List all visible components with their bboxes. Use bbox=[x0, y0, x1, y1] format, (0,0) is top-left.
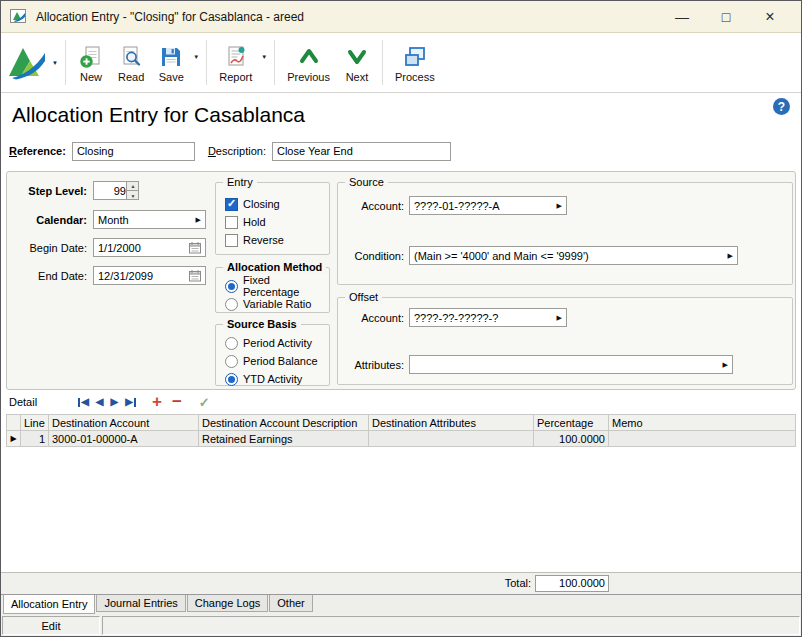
table-row[interactable]: ▶ 1 3000-01-00000-A Retained Earnings 10… bbox=[7, 431, 796, 447]
offset-attributes-combo[interactable]: ▶ bbox=[409, 355, 733, 374]
next-icon bbox=[344, 44, 370, 70]
radio-fixed-percentage-label: Fixed Percentage bbox=[243, 274, 329, 298]
process-button-label: Process bbox=[395, 71, 435, 83]
description-input[interactable]: Close Year End bbox=[272, 142, 451, 161]
report-button[interactable]: Report bbox=[212, 41, 259, 85]
radio-period-balance[interactable]: Period Balance bbox=[225, 352, 329, 370]
checkbox-reverse-label: Reverse bbox=[243, 234, 284, 246]
checkbox-reverse[interactable]: Reverse bbox=[225, 231, 329, 249]
combo-arrow-icon[interactable]: ▶ bbox=[724, 252, 733, 260]
maximize-button[interactable]: □ bbox=[704, 2, 748, 32]
allocation-method-legend: Allocation Method bbox=[223, 260, 326, 274]
checkbox-closing-label: Closing bbox=[243, 198, 280, 210]
end-date-value: 12/31/2099 bbox=[98, 270, 153, 282]
process-button[interactable]: Process bbox=[388, 41, 442, 85]
cell-destination-attributes[interactable] bbox=[369, 431, 534, 447]
offset-account-label: Account: bbox=[338, 311, 404, 325]
step-level-label: Step Level: bbox=[7, 184, 87, 198]
source-condition-combo[interactable]: (Main >= '4000' and Main <= '9999') ▶ bbox=[409, 246, 738, 265]
step-level-stepper[interactable]: 99 ▲ ▼ bbox=[93, 181, 139, 200]
detail-grid: Line Destination Account Destination Acc… bbox=[6, 414, 796, 447]
app-logo[interactable] bbox=[8, 44, 50, 82]
radio-selected-icon bbox=[225, 280, 238, 293]
grid-previous-button[interactable]: ◀ bbox=[96, 397, 104, 407]
radio-period-activity[interactable]: Period Activity bbox=[225, 334, 329, 352]
reference-row: Reference: Closing Description: Close Ye… bbox=[1, 137, 801, 165]
source-account-combo[interactable]: ????-01-?????-A ▶ bbox=[409, 196, 567, 215]
col-destination-account: Destination Account bbox=[49, 415, 199, 431]
tab-allocation-entry[interactable]: Allocation Entry bbox=[3, 595, 95, 614]
previous-button[interactable]: Previous bbox=[280, 41, 337, 85]
begin-date-input[interactable]: 1/1/2000 bbox=[93, 238, 206, 257]
calendar-dropdown[interactable]: Month ▶ bbox=[93, 210, 206, 229]
save-dropdown-icon[interactable]: ▼ bbox=[193, 54, 199, 60]
col-destination-attributes: Destination Attributes bbox=[369, 415, 534, 431]
grid-first-button[interactable]: ◀ bbox=[78, 397, 89, 407]
toolbar: ▼ New bbox=[1, 33, 801, 93]
combo-arrow-icon[interactable]: ▶ bbox=[553, 202, 562, 210]
toolbar-separator bbox=[382, 40, 383, 85]
close-button[interactable]: × bbox=[748, 2, 792, 32]
tab-other[interactable]: Other bbox=[269, 595, 313, 612]
allocation-settings-panel: Step Level: 99 ▲ ▼ Calendar: Month ▶ Beg… bbox=[6, 171, 796, 390]
radio-fixed-percentage[interactable]: Fixed Percentage bbox=[225, 277, 329, 295]
tab-change-logs[interactable]: Change Logs bbox=[187, 595, 268, 612]
save-button-label: Save bbox=[159, 71, 184, 83]
radio-variable-ratio-label: Variable Ratio bbox=[243, 298, 311, 310]
statusbar: Edit bbox=[1, 615, 801, 636]
checkbox-closing[interactable]: Closing bbox=[225, 195, 329, 213]
next-button[interactable]: Next bbox=[337, 41, 377, 85]
source-account-value: ????-01-?????-A bbox=[414, 200, 500, 212]
delete-row-button[interactable]: − bbox=[172, 395, 182, 409]
step-level-spinner[interactable]: ▲ ▼ bbox=[126, 181, 139, 200]
grid-selector-header bbox=[7, 415, 21, 431]
offset-account-combo[interactable]: ????-??-?????-? ▶ bbox=[409, 308, 567, 327]
spin-down-icon[interactable]: ▼ bbox=[127, 190, 139, 200]
calendar-label: Calendar: bbox=[7, 213, 87, 227]
begin-date-value: 1/1/2000 bbox=[98, 242, 141, 254]
source-basis-legend: Source Basis bbox=[223, 317, 301, 331]
titlebar: Allocation Entry - "Closing" for Casabla… bbox=[1, 1, 801, 33]
grid-last-button[interactable]: ▶ bbox=[125, 397, 136, 407]
cell-percentage[interactable]: 100.0000 bbox=[534, 431, 609, 447]
cell-memo[interactable] bbox=[609, 431, 796, 447]
add-row-button[interactable]: + bbox=[152, 395, 162, 409]
end-date-input[interactable]: 12/31/2099 bbox=[93, 266, 206, 285]
combo-arrow-icon[interactable]: ▶ bbox=[192, 216, 201, 224]
calendar-picker-icon[interactable] bbox=[189, 241, 201, 254]
begin-date-label: Begin Date: bbox=[7, 241, 87, 255]
read-button-label: Read bbox=[118, 71, 144, 83]
report-dropdown-icon[interactable]: ▼ bbox=[261, 54, 267, 60]
new-button-label: New bbox=[80, 71, 102, 83]
help-icon[interactable]: ? bbox=[773, 98, 790, 115]
radio-period-activity-label: Period Activity bbox=[243, 337, 312, 349]
report-icon bbox=[223, 44, 249, 70]
previous-icon bbox=[296, 44, 322, 70]
calendar-picker-icon[interactable] bbox=[189, 269, 201, 282]
combo-arrow-icon[interactable]: ▶ bbox=[553, 314, 562, 322]
logo-dropdown-icon[interactable]: ▼ bbox=[52, 60, 58, 66]
combo-arrow-icon[interactable]: ▶ bbox=[719, 361, 728, 369]
checkbox-hold[interactable]: Hold bbox=[225, 213, 329, 231]
grid-next-button[interactable]: ▶ bbox=[111, 397, 119, 407]
cell-destination-account-description[interactable]: Retained Earnings bbox=[199, 431, 369, 447]
minimize-button[interactable]: — bbox=[660, 2, 704, 32]
reference-label: Reference: bbox=[9, 145, 66, 157]
spin-up-icon[interactable]: ▲ bbox=[127, 181, 139, 190]
radio-unselected-icon bbox=[225, 298, 238, 311]
confirm-row-button[interactable]: ✓ bbox=[199, 395, 210, 410]
detail-label: Detail bbox=[9, 396, 37, 408]
new-button[interactable]: New bbox=[71, 41, 111, 85]
radio-ytd-activity[interactable]: YTD Activity bbox=[225, 370, 329, 388]
offset-account-value: ????-??-?????-? bbox=[414, 312, 498, 324]
read-button[interactable]: Read bbox=[111, 41, 151, 85]
cell-line[interactable]: 1 bbox=[21, 431, 49, 447]
save-button[interactable]: Save bbox=[151, 41, 191, 85]
radio-unselected-icon bbox=[225, 337, 238, 350]
source-account-label: Account: bbox=[338, 199, 404, 213]
cell-destination-account[interactable]: 3000-01-00000-A bbox=[49, 431, 199, 447]
window-icon[interactable] bbox=[10, 9, 28, 25]
end-date-label: End Date: bbox=[7, 269, 87, 283]
tab-journal-entries[interactable]: Journal Entries bbox=[96, 595, 185, 612]
reference-input[interactable]: Closing bbox=[72, 142, 195, 161]
